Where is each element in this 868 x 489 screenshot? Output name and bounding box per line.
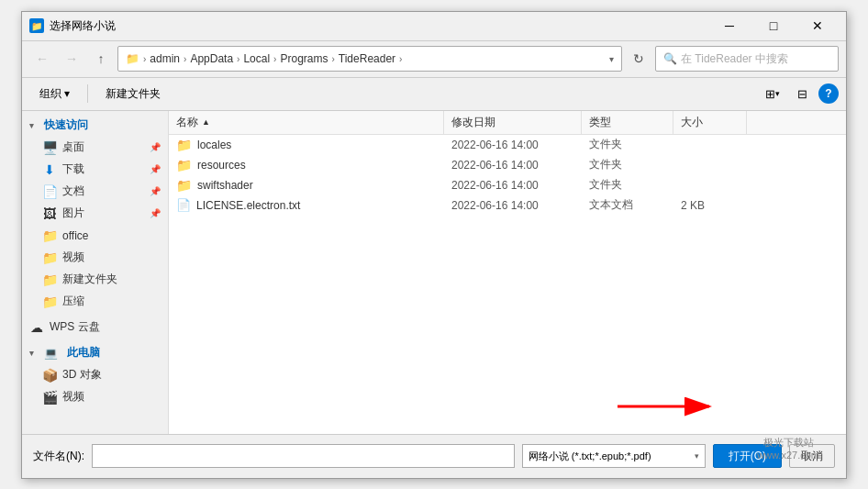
this-pc-arrow: ▾ <box>29 349 39 358</box>
help-button[interactable]: ? <box>818 83 839 104</box>
table-row[interactable]: 📄 LICENSE.electron.txt 2022-06-16 14:00 … <box>169 195 846 216</box>
sidebar-wps-label: WPS 云盘 <box>50 319 100 335</box>
file-doc-icon: 📄 <box>176 198 191 212</box>
open-button[interactable]: 打开(O) <box>713 444 782 468</box>
videos-icon: 📁 <box>42 250 57 265</box>
wps-section: ☁ WPS 云盘 <box>22 317 168 339</box>
title-bar: 📁 选择网络小说 ─ □ ✕ <box>22 12 846 41</box>
file-date-cell: 2022-06-16 14:00 <box>444 175 582 195</box>
back-button[interactable]: ← <box>29 46 55 72</box>
file-type-cell: 文件夹 <box>582 135 673 155</box>
col-header-type[interactable]: 类型 <box>582 111 673 134</box>
file-date-label: 2022-06-16 14:00 <box>451 139 539 151</box>
bottom-bar: 文件名(N): 网络小说 (*.txt;*.epub;*.pdf) ▾ 打开(O… <box>22 434 846 478</box>
videos2-icon: 🎬 <box>42 390 57 405</box>
folder-icon: 📁 <box>176 158 192 172</box>
filetype-dropdown-arrow: ▾ <box>695 451 699 461</box>
file-type-label: 文本文档 <box>589 197 633 213</box>
sidebar: ▾ 快速访问 🖥️ 桌面 📌 ⬇ 下载 📌 📄 <box>22 111 169 434</box>
sort-arrow: ▲ <box>202 117 210 127</box>
sidebar-item-new-folder[interactable]: 📁 新建文件夹 <box>22 269 168 291</box>
sidebar-3d-label: 3D 对象 <box>62 367 102 383</box>
table-row[interactable]: 📁 resources 2022-06-16 14:00 文件夹 <box>169 155 846 175</box>
sidebar-documents-label: 文档 <box>62 183 84 199</box>
sidebar-quick-access[interactable]: ▾ 快速访问 <box>22 115 168 137</box>
path-local: Local <box>243 52 270 65</box>
file-list[interactable]: 名称 ▲ 修改日期 类型 大小 📁 <box>169 111 846 434</box>
file-name-cell: 📁 resources <box>169 155 444 175</box>
file-type-cell: 文件夹 <box>582 155 673 175</box>
col-size-label: 大小 <box>681 115 703 130</box>
sidebar-this-pc[interactable]: ▾ 💻 此电脑 <box>22 342 168 364</box>
sidebar-item-documents[interactable]: 📄 文档 📌 <box>22 181 168 203</box>
3d-objects-icon: 📦 <box>42 368 57 383</box>
downloads-pin: 📌 <box>150 164 161 174</box>
view-grid-icon: ⊞ <box>765 87 775 101</box>
file-type-label: 文件夹 <box>589 137 622 152</box>
path-home-icon: 📁 <box>126 52 139 65</box>
close-button[interactable]: ✕ <box>796 11 839 40</box>
layout-icon: ⊟ <box>797 87 807 101</box>
path-appdata: AppData <box>190 52 233 65</box>
sidebar-item-videos2[interactable]: 🎬 视频 <box>22 386 168 408</box>
main-content: ▾ 快速访问 🖥️ 桌面 📌 ⬇ 下载 📌 📄 <box>22 111 846 434</box>
file-date-cell: 2022-06-16 14:00 <box>444 195 582 216</box>
col-header-size[interactable]: 大小 <box>673 111 747 134</box>
table-row[interactable]: 📁 swiftshader 2022-06-16 14:00 文件夹 <box>169 175 846 195</box>
sidebar-videos2-label: 视频 <box>62 389 84 405</box>
file-date-label: 2022-06-16 14:00 <box>451 199 539 212</box>
minimize-button[interactable]: ─ <box>708 11 751 40</box>
sidebar-item-office[interactable]: 📁 office <box>22 225 168 247</box>
filename-label: 文件名(N): <box>33 449 84 464</box>
this-pc-section: ▾ 💻 此电脑 📦 3D 对象 🎬 视频 <box>22 342 168 408</box>
file-name-cell: 📁 locales <box>169 135 444 155</box>
organize-button[interactable]: 组织 ▾ <box>29 82 80 106</box>
sidebar-quick-access-label: 快速访问 <box>44 117 88 133</box>
file-type-label: 文件夹 <box>589 177 622 193</box>
compressed-icon: 📁 <box>42 295 57 309</box>
sidebar-videos-label: 视频 <box>62 250 84 265</box>
sidebar-item-compressed[interactable]: 📁 压缩 <box>22 291 168 313</box>
sidebar-item-videos[interactable]: 📁 视频 <box>22 247 168 269</box>
up-button[interactable]: ↑ <box>88 46 114 72</box>
table-row[interactable]: 📁 locales 2022-06-16 14:00 文件夹 <box>169 135 846 155</box>
this-pc-icon: 💻 <box>44 347 58 360</box>
col-name-label: 名称 <box>176 115 198 130</box>
documents-icon: 📄 <box>42 184 57 199</box>
sidebar-item-3d-objects[interactable]: 📦 3D 对象 <box>22 364 168 386</box>
folder-icon: 📁 <box>176 138 192 152</box>
filetype-label: 网络小说 (*.txt;*.epub;*.pdf) <box>529 450 651 463</box>
sidebar-item-desktop[interactable]: 🖥️ 桌面 📌 <box>22 137 168 159</box>
filename-input[interactable] <box>92 444 515 468</box>
file-size-label: 2 KB <box>681 199 705 212</box>
wps-icon: ☁ <box>29 320 44 335</box>
path-bar[interactable]: 📁 › admin › AppData › Local › Programs ›… <box>117 46 622 72</box>
new-folder-icon: 📁 <box>42 272 57 287</box>
path-dropdown-arrow[interactable]: ▾ <box>609 54 614 64</box>
file-date-label: 2022-06-16 14:00 <box>451 179 539 192</box>
sidebar-downloads-label: 下载 <box>62 161 84 177</box>
file-name-label: swiftshader <box>197 179 253 192</box>
new-folder-button[interactable]: 新建文件夹 <box>95 82 171 106</box>
filetype-dropdown[interactable]: 网络小说 (*.txt;*.epub;*.pdf) ▾ <box>522 444 706 468</box>
file-name-label: resources <box>197 159 246 172</box>
maximize-button[interactable]: □ <box>752 11 795 40</box>
layout-button[interactable]: ⊟ <box>789 82 815 106</box>
col-header-name[interactable]: 名称 ▲ <box>169 111 444 134</box>
search-bar[interactable]: 🔍 在 TideReader 中搜索 <box>655 46 839 72</box>
sidebar-item-downloads[interactable]: ⬇ 下载 📌 <box>22 159 168 181</box>
sidebar-wps[interactable]: ☁ WPS 云盘 <box>22 317 168 339</box>
view-toggle-button[interactable]: ⊞ ▾ <box>760 82 785 106</box>
sidebar-this-pc-label: 此电脑 <box>67 345 100 361</box>
file-size-cell <box>673 175 747 195</box>
col-header-date[interactable]: 修改日期 <box>444 111 582 134</box>
sidebar-item-pictures[interactable]: 🖼 图片 📌 <box>22 203 168 225</box>
col-type-label: 类型 <box>589 115 611 130</box>
refresh-button[interactable]: ↻ <box>626 46 651 72</box>
cancel-button[interactable]: 取消 <box>789 444 835 468</box>
file-size-cell <box>673 155 747 175</box>
forward-button[interactable]: → <box>59 46 84 72</box>
col-date-label: 修改日期 <box>451 115 495 130</box>
window-controls: ─ □ ✕ <box>708 11 839 40</box>
file-name-cell: 📁 swiftshader <box>169 175 444 195</box>
